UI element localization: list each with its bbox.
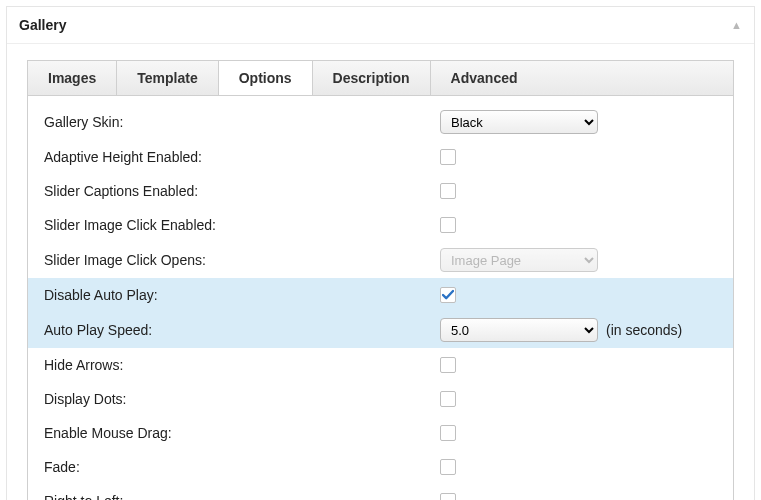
label-mouse-drag: Enable Mouse Drag:	[44, 425, 440, 441]
checkbox-slider-image-click[interactable]	[440, 217, 456, 233]
label-fade: Fade:	[44, 459, 440, 475]
label-slider-image-click: Slider Image Click Enabled:	[44, 217, 440, 233]
checkbox-fade[interactable]	[440, 459, 456, 475]
label-disable-autoplay: Disable Auto Play:	[44, 287, 440, 303]
label-gallery-skin: Gallery Skin:	[44, 114, 440, 130]
row-hide-arrows: Hide Arrows:	[28, 348, 733, 382]
row-gallery-skin: Gallery Skin: Black	[28, 104, 733, 140]
gallery-panel: Gallery ▲ ImagesTemplateOptionsDescripti…	[6, 6, 755, 500]
label-adaptive-height: Adaptive Height Enabled:	[44, 149, 440, 165]
row-fade: Fade:	[28, 450, 733, 484]
row-mouse-drag: Enable Mouse Drag:	[28, 416, 733, 450]
row-display-dots: Display Dots:	[28, 382, 733, 416]
tab-options[interactable]: Options	[219, 61, 313, 95]
label-display-dots: Display Dots:	[44, 391, 440, 407]
tab-advanced[interactable]: Advanced	[431, 61, 538, 95]
checkbox-hide-arrows[interactable]	[440, 357, 456, 373]
select-click-opens[interactable]: Image Page	[440, 248, 598, 272]
row-disable-autoplay: Disable Auto Play:	[28, 278, 733, 312]
checkbox-display-dots[interactable]	[440, 391, 456, 407]
tab-description[interactable]: Description	[313, 61, 431, 95]
options-sheet: Gallery Skin: Black Adaptive Height Enab…	[27, 96, 734, 500]
label-slider-captions: Slider Captions Enabled:	[44, 183, 440, 199]
row-adaptive-height: Adaptive Height Enabled:	[28, 140, 733, 174]
label-rtl: Right to Left:	[44, 493, 440, 500]
checkbox-adaptive-height[interactable]	[440, 149, 456, 165]
label-click-opens: Slider Image Click Opens:	[44, 252, 440, 268]
tab-template[interactable]: Template	[117, 61, 218, 95]
panel-title: Gallery	[19, 17, 66, 33]
checkbox-mouse-drag[interactable]	[440, 425, 456, 441]
autoplay-speed-suffix: (in seconds)	[606, 322, 682, 338]
row-autoplay-speed: Auto Play Speed: 5.0 (in seconds)	[28, 312, 733, 348]
label-autoplay-speed: Auto Play Speed:	[44, 322, 440, 338]
collapse-icon[interactable]: ▲	[731, 19, 742, 31]
checkbox-rtl[interactable]	[440, 493, 456, 500]
select-gallery-skin[interactable]: Black	[440, 110, 598, 134]
select-autoplay-speed[interactable]: 5.0	[440, 318, 598, 342]
tab-images[interactable]: Images	[28, 61, 117, 95]
checkbox-disable-autoplay[interactable]	[440, 287, 456, 303]
row-slider-captions: Slider Captions Enabled:	[28, 174, 733, 208]
panel-header[interactable]: Gallery ▲	[7, 7, 754, 44]
panel-body: ImagesTemplateOptionsDescriptionAdvanced…	[7, 44, 754, 500]
row-click-opens: Slider Image Click Opens: Image Page	[28, 242, 733, 278]
row-rtl: Right to Left:	[28, 484, 733, 500]
tabs: ImagesTemplateOptionsDescriptionAdvanced	[27, 60, 734, 96]
checkbox-slider-captions[interactable]	[440, 183, 456, 199]
label-hide-arrows: Hide Arrows:	[44, 357, 440, 373]
row-slider-image-click: Slider Image Click Enabled:	[28, 208, 733, 242]
